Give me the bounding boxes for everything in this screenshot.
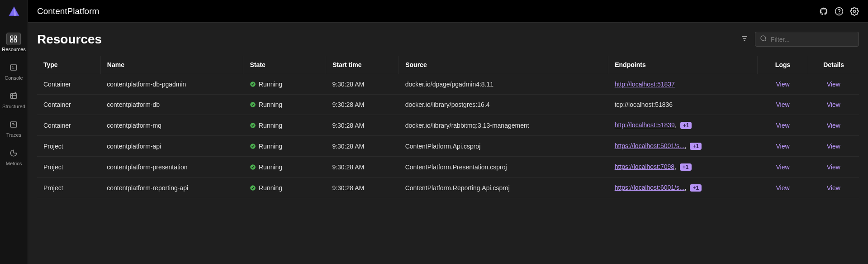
svg-line-23: [765, 40, 766, 41]
cell-start-time: 9:30:28 AM: [326, 95, 398, 115]
endpoint-separator: ,: [675, 121, 677, 129]
svg-rect-4: [11, 65, 17, 70]
svg-rect-3: [14, 40, 17, 42]
col-header-source[interactable]: Source: [399, 56, 608, 74]
cell-start-time: 9:30:28 AM: [326, 136, 398, 157]
cell-endpoints: http://localhost:51837: [608, 74, 758, 95]
svg-rect-2: [11, 40, 13, 42]
search-icon: [760, 35, 767, 43]
endpoint-extra-badge[interactable]: +1: [680, 122, 692, 129]
state-text: Running: [259, 81, 282, 88]
state-text: Running: [259, 101, 282, 108]
endpoint-link[interactable]: https://localhost:7098: [615, 163, 674, 170]
cell-state: Running: [243, 95, 326, 115]
table-row[interactable]: Container contentplatform-db Running 9:3…: [37, 95, 859, 115]
structured-icon: [6, 90, 21, 102]
logs-view-link[interactable]: View: [776, 101, 790, 108]
running-status-icon: [250, 101, 256, 108]
settings-icon[interactable]: [850, 7, 859, 16]
endpoint-link[interactable]: https://localhost:5001/s...: [615, 142, 685, 149]
endpoint-extra-badge[interactable]: +1: [680, 163, 692, 171]
details-view-link[interactable]: View: [827, 101, 840, 108]
logs-view-link[interactable]: View: [776, 163, 790, 171]
svg-rect-7: [11, 94, 17, 99]
details-view-link[interactable]: View: [827, 122, 840, 129]
details-view-link[interactable]: View: [827, 163, 840, 171]
app-logo[interactable]: [7, 5, 21, 19]
nav-item-structured[interactable]: Structured: [2, 85, 26, 114]
grid-icon: [6, 33, 21, 45]
endpoint-extra-badge[interactable]: +1: [690, 184, 702, 192]
nav-item-resources[interactable]: Resources: [2, 28, 26, 57]
cell-state: Running: [243, 136, 326, 157]
table-row[interactable]: Project contentplatform-api Running 9:30…: [37, 136, 859, 157]
state-text: Running: [259, 122, 282, 129]
console-icon: [6, 61, 21, 74]
filter-icon[interactable]: [740, 34, 749, 44]
cell-type: Container: [37, 115, 100, 136]
running-status-icon: [250, 81, 256, 87]
table-header-row: Type Name State Start time Source Endpoi…: [37, 56, 859, 74]
table-row[interactable]: Project contentplatform-presentation Run…: [37, 157, 859, 178]
svg-point-10: [15, 93, 16, 94]
endpoint-text: tcp://localhost:51836: [615, 101, 673, 108]
state-text: Running: [259, 184, 282, 192]
cell-start-time: 9:30:28 AM: [326, 74, 398, 95]
cell-source: docker.io/dpage/pgadmin4:8.11: [399, 74, 608, 95]
col-header-endpoints[interactable]: Endpoints: [608, 56, 758, 74]
page-title: Resources: [37, 32, 102, 47]
details-view-link[interactable]: View: [827, 143, 840, 150]
nav-item-traces[interactable]: Traces: [2, 114, 26, 142]
endpoint-link[interactable]: http://localhost:51837: [615, 81, 675, 88]
app-title: ContentPlatform: [37, 6, 99, 16]
endpoint-extra-badge[interactable]: +1: [690, 143, 702, 150]
help-icon[interactable]: [835, 7, 844, 16]
cell-source: ContentPlatform.Api.csproj: [399, 136, 608, 157]
cell-start-time: 9:30:28 AM: [326, 115, 398, 136]
cell-type: Project: [37, 136, 100, 157]
endpoint-link[interactable]: http://localhost:51839: [615, 121, 675, 129]
cell-name: contentplatform-reporting-api: [100, 178, 243, 198]
search-box[interactable]: [755, 32, 859, 47]
svg-point-22: [761, 36, 766, 41]
cell-type: Container: [37, 74, 100, 95]
table-row[interactable]: Container contentplatform-mq Running 9:3…: [37, 115, 859, 136]
logs-view-link[interactable]: View: [776, 81, 790, 88]
nav-label: Metrics: [6, 161, 22, 166]
col-header-type[interactable]: Type: [37, 56, 100, 74]
nav-item-metrics[interactable]: Metrics: [2, 142, 26, 171]
col-header-start[interactable]: Start time: [326, 56, 398, 74]
logs-view-link[interactable]: View: [776, 184, 790, 192]
col-header-details[interactable]: Details: [808, 56, 859, 74]
metrics-icon: [6, 147, 21, 159]
details-view-link[interactable]: View: [827, 81, 840, 88]
search-input[interactable]: [771, 36, 854, 43]
col-header-state[interactable]: State: [243, 56, 326, 74]
endpoint-link[interactable]: https://localhost:6001/s...: [615, 184, 685, 191]
cell-name: contentplatform-presentation: [100, 157, 243, 178]
cell-endpoints: tcp://localhost:51836: [608, 95, 758, 115]
table-row[interactable]: Container contentplatform-db-pgadmin Run…: [37, 74, 859, 95]
logs-view-link[interactable]: View: [776, 122, 790, 129]
table-row[interactable]: Project contentplatform-reporting-api Ru…: [37, 178, 859, 198]
cell-name: contentplatform-mq: [100, 115, 243, 136]
cell-name: contentplatform-db-pgadmin: [100, 74, 243, 95]
state-text: Running: [259, 143, 282, 150]
cell-endpoints: https://localhost:7098, +1: [608, 157, 758, 178]
cell-state: Running: [243, 115, 326, 136]
cell-state: Running: [243, 74, 326, 95]
logs-view-link[interactable]: View: [776, 143, 790, 150]
nav-item-console[interactable]: Console: [2, 57, 26, 85]
running-status-icon: [250, 122, 256, 129]
col-header-name[interactable]: Name: [100, 56, 243, 74]
cell-name: contentplatform-api: [100, 136, 243, 157]
details-view-link[interactable]: View: [827, 184, 840, 192]
topbar: ContentPlatform: [28, 0, 868, 23]
svg-rect-0: [11, 36, 13, 38]
svg-point-17: [839, 13, 840, 13]
cell-type: Project: [37, 157, 100, 178]
col-header-logs[interactable]: Logs: [757, 56, 808, 74]
cell-state: Running: [243, 178, 326, 198]
nav-label: Structured: [2, 104, 25, 109]
github-icon[interactable]: [819, 7, 828, 16]
